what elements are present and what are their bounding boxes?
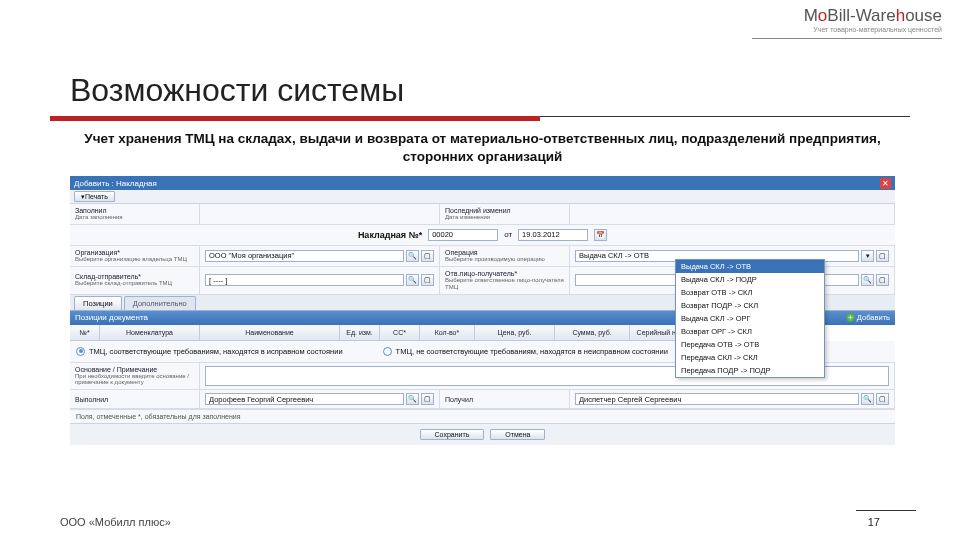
doc-number-input[interactable]: 00020 bbox=[428, 229, 498, 241]
footer-page: 17 bbox=[868, 516, 880, 528]
required-footnote: Поля, отмеченные *, обязательны для запо… bbox=[70, 409, 895, 423]
add-row-button[interactable]: +Добавить bbox=[846, 313, 890, 322]
window-titlebar: Добавить : Накладная ✕ bbox=[70, 176, 895, 190]
cancel-button[interactable]: Отмена bbox=[490, 429, 545, 440]
slide-subtitle: Учет хранения ТМЦ на складах, выдачи и в… bbox=[70, 130, 895, 166]
search-icon[interactable]: 🔍 bbox=[861, 393, 874, 405]
clear-icon[interactable]: ▢ bbox=[421, 250, 434, 262]
calendar-icon[interactable]: 📅 bbox=[594, 229, 607, 241]
tab-positions[interactable]: Позиции bbox=[74, 296, 122, 310]
condition-ok-radio[interactable]: ТМЦ, соответствующие требованиям, находя… bbox=[76, 347, 343, 356]
close-icon[interactable]: ✕ bbox=[880, 178, 891, 189]
brand-tagline: Учет товарно-материальных ценностей bbox=[804, 26, 942, 33]
search-icon[interactable]: 🔍 bbox=[861, 274, 874, 286]
search-icon[interactable]: 🔍 bbox=[406, 250, 419, 262]
tab-additional[interactable]: Дополнительно bbox=[124, 296, 196, 310]
print-button[interactable]: ▾ Печать bbox=[74, 191, 115, 202]
doc-date-input[interactable]: 19.03.2012 bbox=[518, 229, 588, 241]
org-input[interactable]: ООО "Моя организация" bbox=[205, 250, 404, 262]
search-icon[interactable]: 🔍 bbox=[406, 274, 419, 286]
receiver-input[interactable]: Диспетчер Сергей Сергеевич bbox=[575, 393, 859, 405]
search-icon[interactable]: 🔍 bbox=[406, 393, 419, 405]
dropdown-icon[interactable]: ▾ bbox=[861, 250, 874, 262]
footer-company: ООО «Мобилл плюс» bbox=[60, 516, 171, 528]
sender-input[interactable]: [ ---- ] bbox=[205, 274, 404, 286]
operation-dropdown[interactable]: Выдача СКЛ -> ОТВ Выдача СКЛ -> ПОДР Воз… bbox=[675, 259, 825, 378]
save-button[interactable]: Сохранить bbox=[420, 429, 485, 440]
performer-input[interactable]: Дорофеев Георгий Сергеевич bbox=[205, 393, 404, 405]
condition-bad-radio[interactable]: ТМЦ, не соответствующие требованиям, нах… bbox=[383, 347, 668, 356]
slide-title: Возможности системы bbox=[70, 72, 404, 109]
doc-number-label: Накладная №* bbox=[358, 230, 422, 240]
window-title: Добавить : Накладная bbox=[74, 179, 157, 188]
brand-logo: MoBill-Warehouse Учет товарно-материальн… bbox=[804, 6, 942, 33]
app-window: Добавить : Накладная ✕ ▾ Печать Заполнил… bbox=[70, 176, 895, 498]
